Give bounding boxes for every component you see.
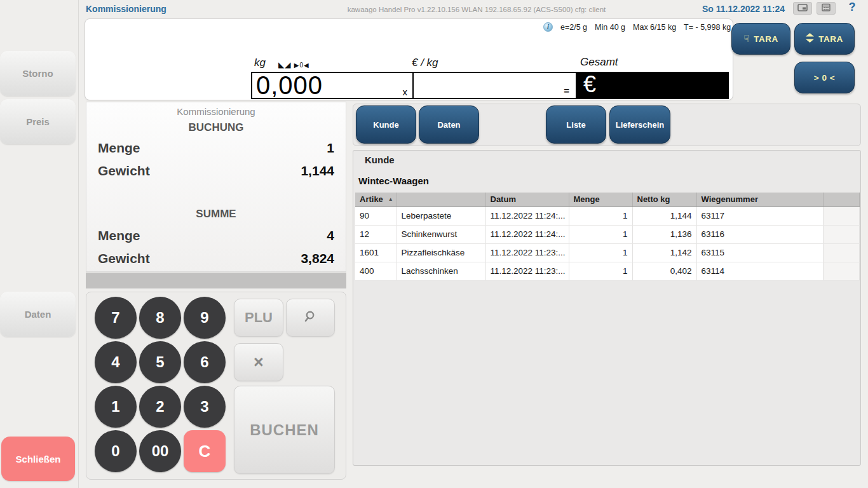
- cell-datum: 11.12.2022 11:23:...: [485, 243, 569, 262]
- scale-max-value: Max 6/15 kg: [633, 23, 676, 32]
- col-netto[interactable]: Netto kg: [632, 193, 696, 207]
- tara-hand-button[interactable]: ☟ TARA: [731, 23, 790, 55]
- info-icon: i: [543, 22, 553, 32]
- col-wiegenummer[interactable]: Wiegenummer: [696, 193, 823, 207]
- cell-menge: 1: [569, 262, 632, 280]
- cell-name: Schinkenwurst: [397, 225, 485, 243]
- total-label: Gesamt: [580, 56, 618, 69]
- scale-indicators: ◣◢ ▶0◀: [278, 60, 309, 69]
- search-button[interactable]: [286, 299, 335, 337]
- orders-panel: Kunde Wintec-Waagen Artike▲ Datum Menge …: [353, 150, 861, 466]
- cell-wiegenummer: 63115: [696, 243, 823, 262]
- sidebar-item-storno[interactable]: Storno: [0, 51, 76, 96]
- cell-datum: 11.12.2022 11:24:...: [485, 225, 569, 243]
- zero-button[interactable]: > 0 <: [794, 62, 855, 93]
- table-row[interactable]: 1601 Pizzafleischkäse 11.12.2022 11:23:.…: [355, 243, 859, 262]
- close-button[interactable]: Schließen: [1, 437, 75, 481]
- cell-filler: [823, 225, 859, 243]
- key-1[interactable]: 1: [95, 386, 137, 428]
- cell-wiegenummer: 63116: [696, 225, 823, 243]
- booking-gewicht-value: 1,144: [301, 163, 334, 179]
- plu-button[interactable]: PLU: [234, 299, 283, 337]
- display-button[interactable]: [793, 2, 812, 15]
- summe-gewicht-value: 3,824: [301, 251, 334, 266]
- table-row[interactable]: 90 Leberpastete 11.12.2022 11:24:... 1 1…: [355, 207, 859, 225]
- tara-hand-label: TARA: [754, 34, 778, 44]
- key-4[interactable]: 4: [95, 341, 137, 383]
- cell-datum: 11.12.2022 11:24:...: [485, 207, 569, 225]
- col-name[interactable]: [397, 193, 485, 207]
- key-3-label: 3: [200, 398, 208, 416]
- total-display: €: [577, 72, 729, 99]
- tara-auto-button[interactable]: TARA: [794, 23, 855, 55]
- table-header-row: Artike▲ Datum Menge Netto kg Wiegenummer: [355, 193, 859, 207]
- liste-button[interactable]: Liste: [546, 105, 606, 144]
- table-row[interactable]: 12 Schinkenwurst 11.12.2022 11:24:... 1 …: [355, 225, 859, 243]
- weight-unit-label: kg: [254, 57, 266, 69]
- key-9[interactable]: 9: [184, 297, 226, 339]
- key-00-label: 00: [152, 442, 169, 460]
- updown-tare-icon: [806, 33, 814, 45]
- weight-display: 0,000 x: [251, 72, 414, 99]
- zero-button-label: > 0 <: [814, 73, 835, 83]
- liste-button-label: Liste: [566, 120, 585, 130]
- cell-netto: 0,402: [632, 262, 696, 280]
- weight-value: 0,000: [256, 71, 323, 100]
- key-1-label: 1: [111, 398, 119, 416]
- cell-artikel: 90: [355, 207, 397, 225]
- cell-netto: 1,142: [632, 243, 696, 262]
- summe-menge-label: Menge: [98, 228, 140, 243]
- col-artikel[interactable]: Artike▲: [355, 193, 397, 207]
- calendar-button[interactable]: [817, 2, 836, 15]
- key-5[interactable]: 5: [139, 341, 181, 383]
- daten-label: Daten: [25, 309, 51, 320]
- daten-button[interactable]: Daten: [419, 105, 479, 144]
- help-button[interactable]: ?: [845, 1, 859, 16]
- sidebar-divider: [78, 0, 79, 488]
- buchen-button[interactable]: BUCHEN: [234, 386, 335, 474]
- multiply-button[interactable]: ×: [234, 343, 283, 381]
- app-window: Kommissionierung kawaago Handel Pro v1.2…: [0, 0, 868, 488]
- kunde-button[interactable]: Kunde: [356, 105, 416, 144]
- daten-button-label: Daten: [437, 120, 460, 130]
- multiply-label: ×: [254, 353, 264, 372]
- cell-netto: 1,144: [632, 207, 696, 225]
- lieferschein-button[interactable]: Lieferschein: [609, 105, 670, 144]
- col-menge[interactable]: Menge: [569, 193, 632, 207]
- datetime-label: So 11.12.2022 11:24: [702, 4, 785, 14]
- cell-menge: 1: [569, 225, 632, 243]
- calendar-icon: [822, 3, 831, 14]
- booking-menge-label: Menge: [98, 140, 140, 156]
- key-00[interactable]: 00: [139, 430, 181, 472]
- key-7[interactable]: 7: [95, 297, 137, 339]
- summe-gewicht-label: Gewicht: [98, 251, 150, 266]
- unit-price-display: =: [414, 72, 577, 99]
- cell-menge: 1: [569, 243, 632, 262]
- scale-e-value: e=2/5 g: [560, 23, 587, 32]
- col-datum[interactable]: Datum: [485, 193, 569, 207]
- weighings-table: Artike▲ Datum Menge Netto kg Wiegenummer…: [355, 193, 860, 281]
- app-info-text: kawaago Handel Pro v1.22.10.156 WLAN 192…: [254, 6, 699, 13]
- sidebar-item-daten[interactable]: Daten: [0, 292, 76, 337]
- table-row[interactable]: 400 Lachsschinken 11.12.2022 11:23:... 1…: [355, 262, 859, 280]
- cell-artikel: 12: [355, 225, 397, 243]
- key-2[interactable]: 2: [139, 386, 181, 428]
- key-6[interactable]: 6: [184, 341, 226, 383]
- key-5-label: 5: [156, 353, 164, 371]
- key-3[interactable]: 3: [184, 386, 226, 428]
- booking-panel: Kommissionierung BUCHUNG Menge 1 Gewicht…: [86, 102, 346, 272]
- clear-label: C: [199, 442, 211, 461]
- cell-artikel: 1601: [355, 243, 397, 262]
- plu-label: PLU: [245, 309, 273, 326]
- multiply-sign: x: [403, 86, 408, 97]
- key-8[interactable]: 8: [139, 297, 181, 339]
- sidebar-item-preis[interactable]: Preis: [0, 99, 76, 144]
- sort-asc-icon: ▲: [388, 196, 393, 202]
- cell-datum: 11.12.2022 11:23:...: [485, 262, 569, 280]
- scale-tare-value: T= - 5,998 kg: [684, 23, 731, 32]
- cell-wiegenummer: 63117: [696, 207, 823, 225]
- key-0[interactable]: 0: [95, 430, 137, 472]
- equals-sign: =: [564, 85, 569, 96]
- clear-button[interactable]: C: [184, 430, 226, 472]
- cell-filler: [823, 243, 859, 262]
